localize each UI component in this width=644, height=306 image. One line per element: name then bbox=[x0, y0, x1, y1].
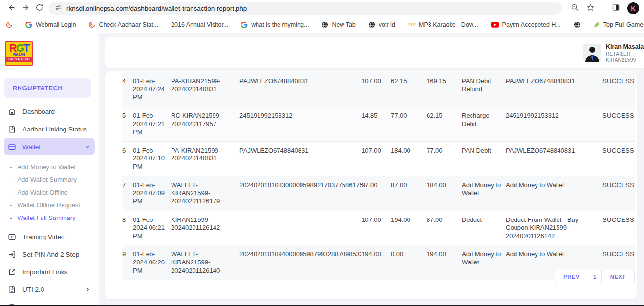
cell-new-balance: 87.00 bbox=[427, 211, 462, 245]
cell-txn-id: WALLET-KIRAN21599-20240201126179 bbox=[171, 176, 239, 211]
wallet-submenu: -Add Money to Wallet-Add Wallet Summary-… bbox=[0, 155, 99, 228]
prev-page-button[interactable]: PREV bbox=[555, 270, 588, 283]
user-role: RETAILER bbox=[606, 51, 631, 57]
sidebar-item-important-links[interactable]: Important Links bbox=[0, 263, 99, 281]
chevron-down-icon bbox=[85, 144, 91, 150]
bookmark-item[interactable]: Top Full Games And... bbox=[593, 22, 644, 28]
zoom-button[interactable] bbox=[568, 1, 581, 15]
brand-label[interactable]: RKGUPTATECH bbox=[4, 78, 91, 98]
bookmark-item[interactable]: what is the rhyming... bbox=[241, 22, 309, 28]
sidebar-item-training-video[interactable]: Training Video bbox=[0, 228, 99, 245]
cell-sno: 4 bbox=[122, 72, 133, 107]
back-button[interactable] bbox=[5, 1, 19, 15]
cell-sno: 5 bbox=[122, 107, 133, 141]
current-page-button[interactable]: 1 bbox=[588, 270, 602, 283]
cell-type: Recharge Debit bbox=[462, 107, 506, 141]
bookmark-item[interactable]: Check Aadhaar Stat... bbox=[88, 22, 158, 28]
sidebar-item-label: Important Links bbox=[22, 268, 67, 276]
cell-txn-id: PA-KIRAN21599-2024020140831 bbox=[171, 142, 239, 176]
sidebar-item-label: Wallet bbox=[22, 143, 41, 151]
leaf-icon bbox=[593, 22, 600, 28]
cell-date: 01-Feb-2024 07:24 PM bbox=[133, 72, 171, 107]
cell-amount: 194.00 bbox=[362, 245, 391, 280]
reload-button[interactable] bbox=[32, 1, 46, 15]
bookmark-item[interactable] bbox=[6, 22, 13, 28]
side-panel-button[interactable] bbox=[609, 1, 623, 15]
user-avatar[interactable] bbox=[583, 44, 601, 62]
dash-bullet: - bbox=[10, 176, 12, 183]
cell-sno: 6 bbox=[122, 142, 133, 176]
cell-date: 01-Feb-2024 07:10 PM bbox=[133, 142, 171, 176]
google-icon bbox=[25, 22, 32, 28]
cell-new-balance: 184.00 bbox=[427, 176, 462, 211]
browser-profile-avatar[interactable]: K bbox=[627, 2, 639, 14]
logo-gupta-tech-text: GUPTA TECH bbox=[6, 57, 32, 62]
bookmark-item[interactable]: New Tab bbox=[322, 22, 355, 28]
bookmark-star-button[interactable] bbox=[583, 1, 597, 15]
cell-new-balance: 169.15 bbox=[427, 72, 462, 107]
cell-number: 245191992153312 bbox=[239, 107, 362, 141]
sidebar-item-set-pin-and-2-step[interactable]: Set PIN And 2 Step bbox=[0, 245, 99, 263]
bookmark-item[interactable]: 112MP3 Karaoke - Dow... bbox=[408, 22, 478, 28]
cell-status: SUCCESS bbox=[602, 72, 635, 107]
back-arrow-icon bbox=[8, 3, 16, 14]
dash-bullet: - bbox=[10, 201, 12, 209]
external-link-icon bbox=[8, 268, 16, 276]
rgt-logo: RGT RAJAN GUPTA TECH bbox=[5, 41, 33, 66]
file-icon bbox=[8, 285, 16, 294]
sidebar: RGT RAJAN GUPTA TECH RKGUPTATECH Dashboa… bbox=[0, 33, 99, 305]
sidebar-item-uti-new[interactable]: UTI New bbox=[0, 298, 99, 305]
cell-type: PAN Debit bbox=[462, 142, 506, 176]
dash-bullet: - bbox=[10, 189, 12, 196]
youtube-icon bbox=[491, 22, 499, 28]
globe-icon bbox=[574, 22, 580, 28]
bookmark-item[interactable]: 2016 Annual Visitor... bbox=[171, 22, 228, 28]
sidebar-item-aadhar-linking-status[interactable]: Aadhar Linking Status bbox=[0, 120, 99, 138]
bookmark-label: 2016 Annual Visitor... bbox=[171, 22, 228, 28]
sidebar-item-wallet[interactable]: Wallet bbox=[4, 138, 95, 155]
cell-amount: 97.00 bbox=[362, 176, 391, 211]
sidebar-subitem-label: Add Money to Wallet bbox=[17, 163, 75, 171]
user-info: Kiran Masalavad RETAILER KIRAN21599 bbox=[583, 44, 644, 63]
bookmarks-bar: Webmail LoginCheck Aadhaar Stat...2016 A… bbox=[0, 17, 644, 33]
cell-remark: PAJWLEZO6748840831 bbox=[506, 72, 602, 107]
pagination: PREV 1 NEXT bbox=[555, 270, 635, 283]
table-row: 601-Feb-2024 07:10 PMPA-KIRAN21599-20240… bbox=[122, 141, 635, 176]
url-bar[interactable]: rknsdl.onlinepsa.com/dashboard/wallet-tr… bbox=[49, 2, 562, 15]
bookmark-item[interactable]: votr id bbox=[368, 22, 395, 28]
url-text: rknsdl.onlinepsa.com/dashboard/wallet-tr… bbox=[66, 5, 247, 12]
cell-number: 20240201010940000959879932887098533 bbox=[239, 245, 362, 280]
bookmark-item[interactable]: Paytm Accepeted H... bbox=[491, 22, 561, 28]
sidebar-subitem[interactable]: -Add Money to Wallet bbox=[0, 160, 99, 173]
cell-type: Add Money to Wallet bbox=[462, 176, 506, 211]
sidebar-subitem[interactable]: -Add Wallet Summary bbox=[0, 173, 99, 186]
112-icon: 112 bbox=[408, 22, 415, 27]
transactions-table: 401-Feb-2024 07:24 PMPA-KIRAN21599-20240… bbox=[122, 72, 635, 280]
cell-number: 20240201010830000959892170377586175 bbox=[239, 176, 362, 211]
sidebar-subitem[interactable]: -Add Wallet Offline bbox=[0, 186, 99, 198]
cell-amount: 14.85 bbox=[362, 107, 391, 141]
top-header-bar: Kiran Masalavad RETAILER KIRAN21599 bbox=[105, 37, 644, 68]
login-icon bbox=[8, 250, 16, 259]
sidebar-subitem[interactable]: -Wallet Full Summary bbox=[0, 211, 99, 224]
browser-toolbar: rknsdl.onlinepsa.com/dashboard/wallet-tr… bbox=[0, 0, 644, 17]
sidebar-item-dashboard[interactable]: Dashboard bbox=[0, 103, 99, 120]
cell-date: 01-Feb-2024 07:21 PM bbox=[133, 107, 171, 141]
sidebar-subitem[interactable]: -Wallet Offline Request bbox=[0, 198, 99, 211]
cell-remark: Deduct From Wallet - Buy Coupon KIRAN215… bbox=[506, 211, 602, 245]
forward-button[interactable] bbox=[19, 1, 32, 15]
globe-icon bbox=[368, 22, 375, 28]
cell-remark: 245191992153312 bbox=[506, 107, 602, 141]
video-icon bbox=[8, 233, 16, 241]
bookmark-item[interactable] bbox=[574, 22, 580, 28]
sidebar-item-uti-2-0[interactable]: UTI 2.0 bbox=[0, 281, 99, 298]
cell-amount: 107.00 bbox=[362, 142, 391, 176]
cell-remark: PAJWLEZO6748840831 bbox=[506, 142, 602, 176]
cell-txn-id: PA-KIRAN21599-2024020140831 bbox=[171, 72, 239, 107]
sidebar-subitem-label: Add Wallet Offline bbox=[17, 189, 67, 196]
cell-date: 01-Feb-2024 06:20 PM bbox=[133, 245, 171, 280]
star-icon bbox=[586, 3, 595, 14]
site-settings-icon bbox=[55, 4, 62, 13]
next-page-button[interactable]: NEXT bbox=[602, 270, 635, 283]
bookmark-item[interactable]: Webmail Login bbox=[25, 22, 76, 28]
